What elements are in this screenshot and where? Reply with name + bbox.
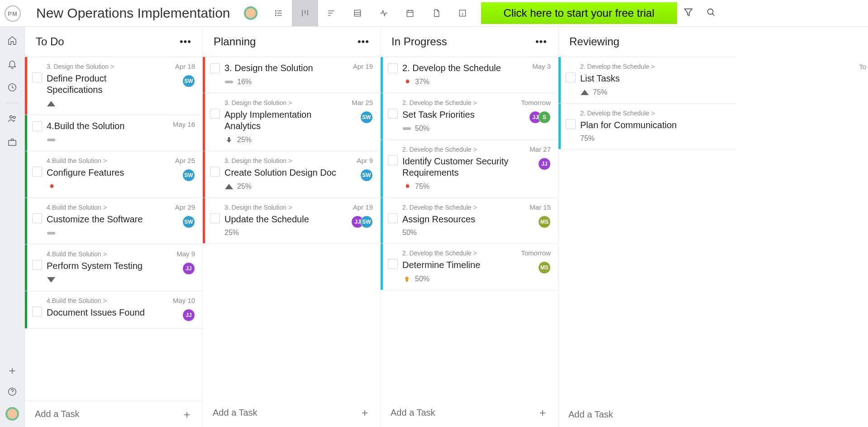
parent-link[interactable]: 2. Develop the Schedule [402, 99, 516, 106]
assignee-avatar[interactable]: SW [182, 169, 195, 182]
filter-icon[interactable] [683, 7, 693, 19]
task-title[interactable]: Assign Resources [402, 214, 516, 225]
parent-link[interactable]: 2. Develop the Schedule [402, 145, 516, 153]
home-icon[interactable] [7, 35, 18, 46]
parent-link[interactable]: 3. Design the Solution [224, 157, 339, 164]
task-card[interactable]: 4.Build the SolutionDocument Issues Foun… [25, 291, 202, 329]
assignee-avatar[interactable]: SW [360, 111, 373, 124]
brand-logo[interactable]: PM [5, 5, 21, 22]
assignee-avatar[interactable]: SW [360, 216, 373, 228]
task-title[interactable]: Configure Features [47, 167, 161, 178]
task-title[interactable]: 2. Develop the Schedule [402, 62, 516, 74]
parent-link[interactable]: 4.Build the Solution [47, 250, 161, 258]
task-card[interactable]: 4.Build the SolutionConfigure FeaturesAp… [25, 151, 202, 198]
parent-link[interactable]: 2. Develop the Schedule [402, 249, 516, 257]
task-card[interactable]: 2. Develop the ScheduleDetermine Timelin… [381, 244, 558, 290]
task-title[interactable]: Define Product Specifications [47, 73, 161, 96]
column-menu-icon[interactable]: ••• [358, 36, 369, 48]
task-title[interactable]: Perform System Testing [47, 260, 161, 272]
task-checkbox[interactable] [210, 63, 220, 73]
task-title[interactable]: Apply Implementation Analytics [224, 109, 339, 132]
task-checkbox[interactable] [566, 119, 576, 129]
task-card[interactable]: 3. Design the Solution16%Apr 19 [203, 57, 380, 93]
assignee-avatar[interactable]: JJ [538, 158, 551, 170]
task-title[interactable]: List Tasks [580, 73, 695, 84]
column-menu-icon[interactable]: ••• [535, 36, 547, 48]
clock-icon[interactable] [7, 82, 18, 93]
board[interactable]: To Do•••3. Design the SolutionDefine Pro… [25, 27, 868, 427]
project-title[interactable]: New Operations Implementation [36, 5, 230, 21]
task-checkbox[interactable] [388, 155, 398, 165]
view-sheet-icon[interactable] [344, 0, 371, 26]
bell-icon[interactable] [7, 58, 18, 69]
task-checkbox[interactable] [388, 109, 398, 119]
add-task-button[interactable]: Add a Task＋ [203, 398, 380, 427]
add-task-button[interactable]: Add a Task [558, 402, 736, 427]
task-title[interactable]: Create Solution Design Doc [224, 167, 339, 178]
card-list[interactable]: 3. Design the SolutionDefine Product Spe… [25, 57, 202, 401]
task-title[interactable]: Identify Customer Security Requirements [402, 156, 516, 178]
assignee-avatar[interactable]: JJ [182, 309, 195, 321]
card-list[interactable]: 2. Develop the ScheduleList Tasks75%2. D… [558, 57, 736, 402]
task-card[interactable]: 4.Build the SolutionPerform System Testi… [25, 245, 202, 291]
task-title[interactable]: 3. Design the Solution [224, 62, 339, 74]
add-icon[interactable] [7, 365, 18, 376]
task-title[interactable]: Customize the Software [47, 214, 161, 225]
assignee-avatar[interactable]: JJ [182, 262, 195, 275]
task-checkbox[interactable] [32, 260, 42, 270]
task-checkbox[interactable] [388, 63, 398, 73]
view-file-icon[interactable] [423, 0, 449, 26]
task-checkbox[interactable] [32, 167, 42, 177]
task-checkbox[interactable] [32, 213, 42, 223]
column-title[interactable]: To Do [36, 35, 64, 48]
view-board-icon[interactable] [292, 0, 318, 26]
task-card[interactable]: 2. Develop the ScheduleIdentify Customer… [381, 140, 558, 198]
parent-link[interactable]: 3. Design the Solution [224, 203, 339, 211]
parent-link[interactable]: 3. Design the Solution [47, 62, 161, 70]
parent-link[interactable]: 2. Develop the Schedule [402, 203, 516, 211]
task-title[interactable]: Update the Schedule [224, 214, 339, 225]
parent-link[interactable]: 4.Build the Solution [47, 203, 161, 211]
parent-link[interactable]: 4.Build the Solution [47, 297, 161, 304]
assignee-avatar[interactable]: SW [182, 75, 195, 87]
task-checkbox[interactable] [388, 259, 398, 269]
task-title[interactable]: Determine Timeline [402, 259, 516, 271]
task-card[interactable]: 4.Build the SolutionCustomize the Softwa… [25, 198, 202, 245]
task-card[interactable]: 3. Design the SolutionApply Implementati… [203, 93, 380, 151]
task-card[interactable]: 2. Develop the SchedulePlan for Communic… [558, 104, 736, 149]
task-card[interactable]: 2. Develop the ScheduleSet Task Prioriti… [381, 93, 558, 140]
column-menu-icon[interactable]: ••• [180, 36, 191, 48]
column-title[interactable]: Planning [214, 35, 256, 48]
task-checkbox[interactable] [210, 213, 220, 223]
add-task-button[interactable]: Add a Task＋ [381, 398, 558, 427]
user-avatar[interactable] [5, 407, 19, 421]
assignee-avatar[interactable]: S [538, 111, 551, 124]
task-card[interactable]: 4.Build the SolutionMay 16 [25, 115, 202, 151]
card-list[interactable]: 3. Design the Solution16%Apr 193. Design… [203, 57, 380, 398]
trial-button[interactable]: Click here to start your free trial [481, 2, 677, 24]
people-icon[interactable] [7, 113, 18, 124]
assignee-avatar[interactable]: MS [538, 216, 551, 228]
task-card[interactable]: 3. Design the SolutionUpdate the Schedul… [203, 198, 380, 244]
project-avatar[interactable] [244, 6, 258, 20]
column-title[interactable]: In Progress [391, 35, 447, 48]
task-checkbox[interactable] [566, 72, 576, 82]
view-info-icon[interactable] [449, 0, 476, 26]
view-calendar-icon[interactable] [397, 0, 423, 26]
task-checkbox[interactable] [210, 167, 220, 177]
card-list[interactable]: 2. Develop the Schedule37%May 32. Develo… [381, 57, 558, 398]
briefcase-icon[interactable] [7, 137, 18, 148]
view-activity-icon[interactable] [371, 0, 397, 26]
task-title[interactable]: Set Task Priorities [402, 109, 516, 120]
parent-link[interactable]: 4.Build the Solution [47, 157, 161, 164]
task-checkbox[interactable] [32, 307, 42, 317]
task-title[interactable]: Plan for Communication [580, 120, 695, 131]
assignee-avatar[interactable]: MS [538, 261, 551, 274]
help-icon[interactable] [7, 386, 18, 397]
parent-link[interactable]: 2. Develop the Schedule [580, 109, 695, 117]
assignee-avatar[interactable]: SW [182, 216, 195, 228]
assignee-avatar[interactable]: SW [360, 169, 373, 182]
view-list-icon[interactable] [266, 0, 292, 26]
parent-link[interactable]: 2. Develop the Schedule [580, 62, 695, 70]
task-checkbox[interactable] [210, 109, 220, 119]
